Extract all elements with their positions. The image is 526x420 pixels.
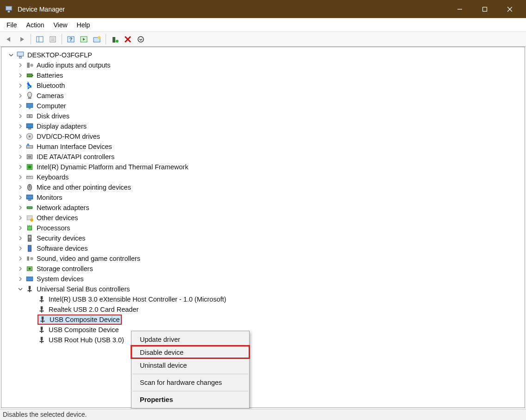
tree-device[interactable]: USB Composite Device [1, 325, 525, 335]
menu-file[interactable]: File [2, 19, 22, 31]
disable-button[interactable] [135, 33, 147, 45]
tree-category[interactable]: Mice and other pointing devices [1, 182, 525, 192]
svg-rect-0 [6, 6, 12, 10]
chevron-right-icon[interactable] [17, 204, 24, 211]
tree-item-label: Display adapters [37, 121, 87, 131]
device-tree[interactable]: DESKTOP-O3FGFLP Audio inputs and outputs… [1, 47, 525, 408]
chevron-right-icon[interactable] [17, 143, 24, 150]
svg-text:?: ? [69, 37, 73, 42]
tree-item-label: USB Composite Device [50, 315, 120, 325]
menu-help[interactable]: Help [72, 19, 95, 31]
chevron-right-icon[interactable] [17, 266, 24, 272]
tree-category[interactable]: Sound, video and game controllers [1, 253, 525, 264]
context-menu: Update driver Disable device Uninstall d… [131, 331, 250, 408]
tree-category[interactable]: Display adapters [1, 121, 525, 131]
chevron-right-icon[interactable] [17, 255, 24, 262]
tree-category[interactable]: Security devices [1, 233, 525, 243]
tree-category[interactable]: Monitors [1, 192, 525, 203]
maximize-button[interactable] [472, 0, 497, 18]
update-driver-button[interactable] [109, 33, 121, 45]
close-button[interactable] [497, 0, 522, 18]
chevron-down-icon[interactable] [8, 52, 14, 58]
help-button[interactable]: ? [65, 33, 77, 45]
titlebar: Device Manager [0, 0, 526, 18]
svg-rect-3 [483, 7, 487, 11]
tree-category[interactable]: Software devices [1, 243, 525, 253]
uninstall-button[interactable] [122, 33, 134, 45]
chevron-right-icon[interactable] [17, 194, 24, 201]
chevron-right-icon[interactable] [17, 245, 24, 252]
chevron-right-icon[interactable] [17, 123, 24, 130]
tree-category[interactable]: Keyboards [1, 172, 525, 182]
menu-action[interactable]: Action [22, 19, 49, 31]
tree-category[interactable]: Audio inputs and outputs [1, 60, 525, 70]
chevron-right-icon[interactable] [17, 184, 24, 191]
device-manager-icon [5, 5, 13, 13]
show-hide-console-tree-button[interactable] [34, 33, 46, 45]
chevron-right-icon[interactable] [17, 154, 24, 160]
chevron-right-icon[interactable] [17, 174, 24, 180]
chevron-right-icon[interactable] [17, 103, 24, 109]
tree-category[interactable]: Disk drives [1, 111, 525, 121]
tree-device[interactable]: USB Composite Device [1, 315, 525, 325]
category-icon [25, 214, 34, 222]
svg-rect-41 [28, 156, 31, 158]
minimize-button[interactable] [447, 0, 472, 18]
forward-button[interactable] [16, 33, 28, 45]
svg-rect-17 [113, 37, 115, 43]
tree-device[interactable]: USB Root Hub (USB 3.0) [1, 335, 525, 345]
chevron-right-icon[interactable] [17, 235, 24, 241]
svg-rect-1 [8, 11, 10, 12]
tree-root[interactable]: DESKTOP-O3FGFLP [1, 50, 525, 60]
tree-category[interactable]: Processors [1, 223, 525, 233]
svg-rect-34 [26, 124, 33, 128]
chevron-right-icon[interactable] [17, 276, 24, 282]
tree-device[interactable]: Realtek USB 2.0 Card Reader [1, 304, 525, 315]
chevron-right-icon[interactable] [17, 82, 24, 89]
chevron-right-icon[interactable] [17, 164, 24, 170]
chevron-right-icon[interactable] [17, 225, 24, 231]
category-icon [25, 81, 34, 90]
tree-device[interactable]: Intel(R) USB 3.0 eXtensible Host Control… [1, 294, 525, 304]
chevron-right-icon[interactable] [17, 113, 24, 119]
cm-properties[interactable]: Properties [132, 393, 249, 406]
chevron-down-icon[interactable] [17, 286, 24, 292]
selected-device[interactable]: USB Composite Device [38, 315, 122, 325]
tree-category[interactable]: Storage controllers [1, 264, 525, 274]
tree-category[interactable]: Other devices [1, 213, 525, 223]
tree-item-label: Realtek USB 2.0 Card Reader [49, 304, 138, 315]
chevron-right-icon[interactable] [17, 72, 24, 79]
cm-scan-hardware[interactable]: Scan for hardware changes [132, 376, 249, 389]
properties-button[interactable] [47, 33, 59, 45]
cm-update-driver[interactable]: Update driver [132, 333, 249, 346]
tree-category[interactable]: Computer [1, 101, 525, 111]
cm-uninstall-device[interactable]: Uninstall device [132, 359, 249, 372]
chevron-right-icon[interactable] [17, 93, 24, 99]
back-button[interactable] [3, 33, 15, 45]
tree-category[interactable]: Batteries [1, 70, 525, 80]
category-icon [25, 112, 34, 120]
tree-category[interactable]: Universal Serial Bus controllers [1, 284, 525, 294]
tree-item-label: Keyboards [37, 172, 69, 182]
tree-category[interactable]: IDE ATA/ATAPI controllers [1, 152, 525, 162]
scan-button[interactable] [91, 33, 103, 45]
cm-disable-device[interactable]: Disable device [132, 346, 249, 359]
tree-category[interactable]: Human Interface Devices [1, 142, 525, 152]
svg-rect-6 [37, 37, 43, 42]
tree-category[interactable]: Bluetooth [1, 80, 525, 91]
tree-category[interactable]: Network adapters [1, 203, 525, 213]
svg-rect-35 [28, 129, 31, 130]
menu-view[interactable]: View [49, 19, 72, 31]
tree-category[interactable]: DVD/CD-ROM drives [1, 131, 525, 142]
tree-category[interactable]: Intel(R) Dynamic Platform and Thermal Fr… [1, 162, 525, 172]
action-button[interactable] [78, 33, 90, 45]
svg-point-21 [138, 37, 144, 42]
chevron-right-icon[interactable] [17, 133, 24, 140]
svg-rect-43 [28, 166, 31, 169]
category-icon [25, 142, 34, 151]
tree-category[interactable]: Cameras [1, 91, 525, 101]
menubar: File Action View Help [0, 18, 526, 32]
chevron-right-icon[interactable] [17, 215, 24, 221]
tree-category[interactable]: System devices [1, 274, 525, 284]
chevron-right-icon[interactable] [17, 62, 24, 68]
